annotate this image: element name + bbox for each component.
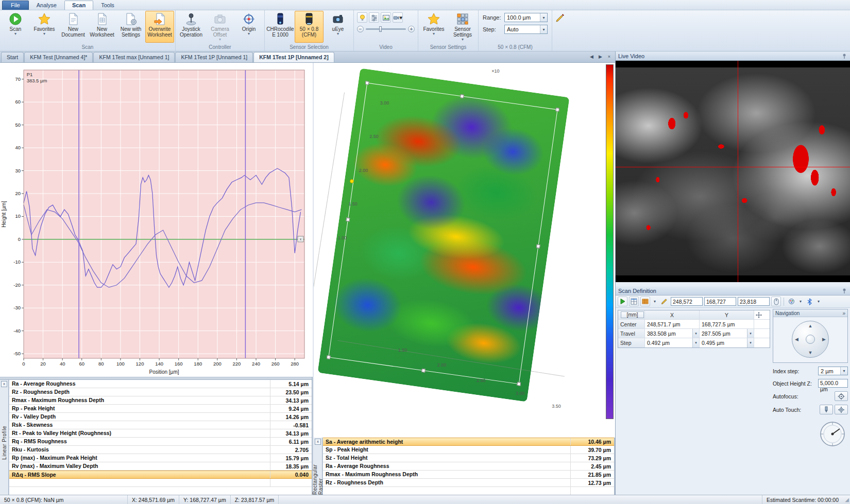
parameter-row[interactable]: Rz - Roughness Depth23.50 µm [9,388,312,396]
slider-track[interactable] [366,28,406,30]
y-value-field[interactable]: 287.505 µm▾ [700,329,754,338]
mouse-control-button[interactable] [771,297,781,306]
document-tab[interactable]: KFM Test [Unnamed 4]* [24,52,93,62]
parameter-row[interactable]: Sp - Peak Height39.70 µm [323,446,614,454]
joystick-operation-button[interactable]: Joystick Operation [177,11,206,43]
object-height-field[interactable]: 5,000.0 µm [818,379,848,388]
frame-handle[interactable] [461,94,465,98]
chevron-down-icon[interactable]: ▾ [798,297,803,306]
position-y-field[interactable]: 168,727 [704,297,736,306]
chevron-down-icon[interactable]: ▾ [652,297,658,306]
range-select[interactable]: 100.0 µm ▾ [504,13,548,22]
chevron-down-icon[interactable]: ▾ [692,329,699,338]
tab-scroll-right-icon[interactable]: ▶ [597,53,604,61]
sensor-settings-button[interactable]: Sensor Settings ▾ [448,11,477,43]
autofocus-button[interactable] [835,391,848,401]
profile-chart[interactable]: -50-40-30-20-100102030405060700204060801… [0,63,313,377]
parameter-row[interactable]: Sz - Total Height73.29 µm [323,454,614,462]
frame-handle[interactable] [517,382,521,386]
frame-handle[interactable] [365,81,369,85]
y-value-field[interactable]: 0.495 µm▾ [700,338,754,347]
frame-handle[interactable] [346,218,350,222]
edit-pencil-icon[interactable] [659,297,669,306]
illumination-button[interactable] [357,12,367,23]
axis-handle-dot[interactable] [350,179,354,183]
tab-file[interactable]: File [2,1,29,10]
slider-thumb[interactable] [379,26,382,32]
pin-icon[interactable] [841,288,847,294]
nav-center-button[interactable] [806,335,815,344]
parameter-row[interactable]: Rp (max) - Maximum Peak Height15.79 µm [9,454,312,462]
frame-handle[interactable] [327,355,331,359]
tab-tools[interactable]: Tools [93,1,122,10]
nav-down-icon[interactable]: ▼ [808,350,813,355]
live-video-view[interactable] [616,61,850,282]
favorites-button[interactable]: Favorites ▾ [30,11,59,43]
parameter-row[interactable]: Rt - Peak to Valley Height (Roughness)34… [9,429,312,438]
auto-touch-button-1[interactable] [820,405,833,414]
position-z-field[interactable]: 23,818 [738,297,770,306]
overwrite-worksheet-button[interactable]: Overwrite Worksheet [145,11,174,43]
surface-3d-view[interactable]: ×10 3.002.502.001.501.001.502.002.503.00… [314,63,615,438]
move-cross-icon[interactable] [756,312,762,318]
chevron-down-icon[interactable]: ▾ [816,297,821,306]
document-tab[interactable]: KFM 1Test 1P [Unnamed 2] [253,52,334,62]
x-value-field[interactable]: 383.508 µm▾ [645,329,700,338]
y-value-field[interactable]: 168,727.5 µm [700,320,754,328]
parameter-row[interactable]: Rz - Roughness Depth12.73 µm [323,479,614,487]
tab-scroll-left-icon[interactable]: ◀ [588,53,596,61]
parameter-row[interactable]: Sa - Average arithmetic height10.46 µm [323,438,614,446]
tab-analyse[interactable]: Analyse [29,1,64,10]
document-tab[interactable]: KFM 1Test max [Unnamed 1] [93,52,175,62]
camera-offset-button[interactable]: Camera Offset ▾ [206,11,234,43]
mm-header-button[interactable]: [mm] [621,311,644,318]
zoom-out-icon[interactable]: − [357,26,364,32]
parameter-row[interactable]: Rp - Peak Height9.24 µm [9,405,312,413]
parameter-row[interactable]: Rv (max) - Maximum Valley Depth18.35 µm [9,462,312,471]
rectangular-raster-button[interactable] [640,297,650,306]
raster-table-button[interactable] [629,297,639,306]
document-tab[interactable]: KFM 1Test 1P [Unnamed 1] [175,52,253,62]
pin-icon[interactable] [841,53,847,59]
display-options-button[interactable] [787,297,796,306]
camcorder-button[interactable]: ▾ [393,12,403,23]
x-value-field[interactable]: 248,571.7 µm [645,320,700,328]
parameter-row[interactable]: Ra - Average Roughness5.14 µm [9,380,312,388]
favorites-sensor-button[interactable]: Favorites ▾ [419,11,448,43]
resize-grip[interactable]: ◢ [843,497,850,502]
orientation-compass[interactable] [819,421,846,447]
parameter-row[interactable]: Rku - Kurtosis2.705 [9,446,312,454]
chrocodile-sensor-button[interactable]: CHRocodile E 1000 [266,11,295,43]
new-with-settings-button[interactable]: New with Settings [116,11,145,43]
step-select[interactable]: Auto ▾ [504,25,548,34]
stage-navigation-dpad[interactable]: ▲ ▼ ◀ ▶ [792,321,829,358]
new-document-button[interactable]: New Document [59,11,88,43]
x-value-field[interactable]: 0.492 µm▾ [645,338,700,347]
chevron-down-icon[interactable]: ▾ [747,329,754,338]
frame-handle[interactable] [556,108,560,112]
nav-up-icon[interactable]: ▲ [808,323,813,328]
frame-handle[interactable] [422,368,426,372]
frame-handle[interactable] [537,245,541,249]
scan-region-frame[interactable] [329,82,558,384]
chevron-down-icon[interactable]: ▾ [747,338,754,347]
parameter-row[interactable]: Ra - Average Roughness2.45 µm [323,462,614,471]
zoom-in-icon[interactable]: + [408,26,415,32]
close-icon[interactable]: x [315,439,321,445]
chevron-down-icon[interactable]: ▾ [692,338,699,347]
expand-icon[interactable]: » [842,310,845,316]
parameter-row[interactable]: RΔq - RMS Slope0.040 [9,471,312,479]
nav-left-icon[interactable]: ◀ [795,337,798,342]
new-worksheet-button[interactable]: New Worksheet [88,11,116,43]
parameter-row[interactable]: Rsk - Skewness-0.581 [9,421,312,429]
auto-touch-button-2[interactable] [835,405,848,414]
tab-scan[interactable]: Scan [64,1,93,10]
parameter-row[interactable]: Rmax - Maximum Roughness Depth21.85 µm [323,471,614,479]
pencil-button[interactable] [554,12,566,24]
video-settings-button[interactable] [369,12,379,23]
snapshot-button[interactable] [381,12,391,23]
ueye-button[interactable]: uEye ▾ [324,11,352,43]
tab-close-icon[interactable]: × [605,53,613,61]
origin-button[interactable]: Origin ▾ [234,11,263,43]
close-icon[interactable]: x [1,381,7,387]
